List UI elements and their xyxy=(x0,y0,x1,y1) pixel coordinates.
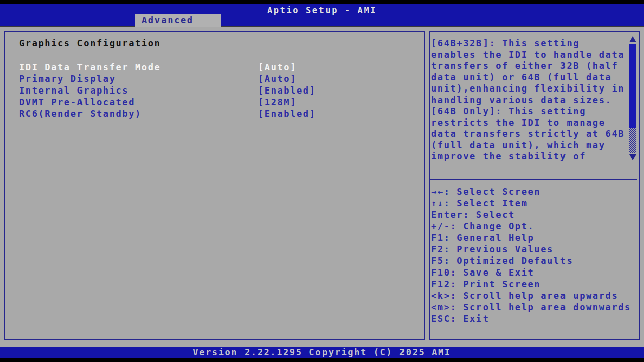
help-panel: [64B+32B]: This setting enables the IDI … xyxy=(429,31,640,340)
menu-item-primary-display[interactable]: Primary Display [Auto] xyxy=(19,74,417,85)
menu-item-value: [128M] xyxy=(258,97,297,107)
scroll-track[interactable] xyxy=(629,128,636,153)
menu-item-internal-graphics[interactable]: Internal Graphics [Enabled] xyxy=(19,85,417,97)
menu-item-rc6-render-standby[interactable]: RC6(Render Standby) [Enabled] xyxy=(19,109,417,120)
legend-entry-print-screen: F12: Print Screen xyxy=(431,279,637,290)
menu-item-value: [Auto] xyxy=(258,62,297,72)
tab-advanced[interactable]: Advanced xyxy=(135,14,221,27)
header-underline xyxy=(0,26,644,27)
app-title: Aptio Setup - AMI xyxy=(0,5,644,15)
help-text-line: [64B Only]: This setting xyxy=(431,106,628,117)
legend-entry-general-help: F1: General Help xyxy=(431,232,637,244)
legend-entry-scroll-up: <k>: Scroll help area upwards xyxy=(431,290,637,302)
menu-item-label: Primary Display xyxy=(19,74,116,84)
help-text-line: transfers of either 32B (half xyxy=(431,60,628,72)
menu-item-label: RC6(Render Standby) xyxy=(19,109,142,119)
menu-item-idi-data-transfer-mode[interactable]: IDI Data Transfer Mode [Auto] xyxy=(19,62,417,74)
legend-entry-optimized-defaults: F5: Optimized Defaults xyxy=(431,255,637,267)
help-text-line: enables the IDI to handle data xyxy=(431,49,628,61)
help-text-line: restricts the IDI to manage xyxy=(431,117,628,129)
menu-item-label: Internal Graphics xyxy=(19,85,129,96)
bottom-black-bar xyxy=(0,358,644,362)
help-text-line: improve the stability of xyxy=(431,151,628,162)
menu-item-label: IDI Data Transfer Mode xyxy=(19,62,161,72)
legend-entry-save-exit: F10: Save & Exit xyxy=(431,267,637,279)
footer-bar: Version 2.22.1295 Copyright (C) 2025 AMI xyxy=(0,347,644,358)
help-text: [64B+32B]: This setting enables the IDI … xyxy=(431,38,628,162)
legend-entry-scroll-down: <m>: Scroll help area downwards xyxy=(431,302,637,313)
help-text-line: data unit) or 64B (full data xyxy=(431,72,628,83)
top-black-bar xyxy=(0,0,644,4)
scroll-up-icon[interactable] xyxy=(629,36,636,42)
legend-entry-enter-select: Enter: Select xyxy=(431,209,637,221)
help-text-line: handling various data sizes. xyxy=(431,95,628,106)
settings-panel: Graphics Configuration IDI Data Transfer… xyxy=(4,31,425,340)
legend-divider xyxy=(430,179,637,180)
legend-entry-select-item: ↑↓: Select Item xyxy=(431,198,637,209)
help-text-line: unit),enhancing flexibility in xyxy=(431,83,628,95)
help-text-line: data transfers strictly at 64B xyxy=(431,128,628,140)
version-text: Version 2.22.1295 Copyright (C) 2025 AMI xyxy=(0,347,644,358)
section-title: Graphics Configuration xyxy=(19,38,161,48)
help-text-line: (full data unit), which may xyxy=(431,140,628,151)
menu-item-dvmt-pre-allocated[interactable]: DVMT Pre-Allocated [128M] xyxy=(19,97,417,109)
help-scrollbar[interactable] xyxy=(629,36,636,161)
legend-entry-esc-exit: ESC: Exit xyxy=(431,313,637,325)
menu-item-value: [Enabled] xyxy=(258,85,316,96)
legend-entry-change-opt: +/-: Change Opt. xyxy=(431,221,637,232)
scroll-down-icon[interactable] xyxy=(629,154,636,160)
legend-entry-previous-values: F2: Previous Values xyxy=(431,244,637,255)
menu-item-value: [Auto] xyxy=(258,74,297,84)
key-legend: →←: Select Screen ↑↓: Select Item Enter:… xyxy=(431,186,637,325)
legend-entry-select-screen: →←: Select Screen xyxy=(431,186,637,198)
menu-item-value: [Enabled] xyxy=(258,109,316,119)
help-text-line: [64B+32B]: This setting xyxy=(431,38,628,49)
menu-item-label: DVMT Pre-Allocated xyxy=(19,97,135,107)
scroll-thumb[interactable] xyxy=(629,44,636,128)
